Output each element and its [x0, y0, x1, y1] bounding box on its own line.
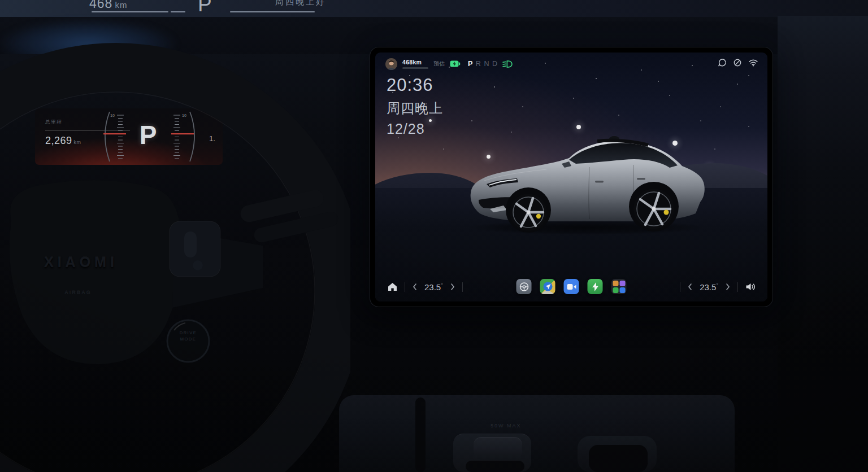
display-dimming: [375, 53, 767, 301]
steering-wheel-hub: [10, 180, 182, 364]
hud-gear: P: [198, 0, 212, 16]
drive-mode-label: DRIVE MODE: [167, 330, 209, 352]
hud-underline: [171, 11, 185, 12]
wheel-roller[interactable]: [184, 231, 197, 257]
center-console: [339, 395, 735, 472]
console-trim: [415, 397, 426, 472]
charging-pad-slot: [466, 461, 524, 472]
home-screen: 468km 预估 P R N D: [375, 53, 767, 301]
steering-wheel: [0, 23, 350, 472]
hud-aux-text: 周四晚上好: [275, 0, 326, 7]
airbag-label: AIRBAG: [55, 290, 101, 295]
cup-holder-recess: [589, 445, 648, 472]
wireless-charger-label: 50W MAX: [491, 423, 522, 429]
center-display[interactable]: 468km 预估 P R N D: [370, 47, 772, 307]
cabin-scene: 468km P 周四晚上好 总里程 2,269km: [0, 0, 868, 472]
charging-pad-clamp: [474, 437, 522, 460]
wheel-button[interactable]: [193, 260, 203, 270]
steering-wheel-logo: XIAOMI: [44, 254, 112, 270]
hud-underline: [230, 11, 315, 12]
passenger-dash-panel: [778, 16, 868, 472]
hud-range: 468km: [89, 0, 127, 11]
